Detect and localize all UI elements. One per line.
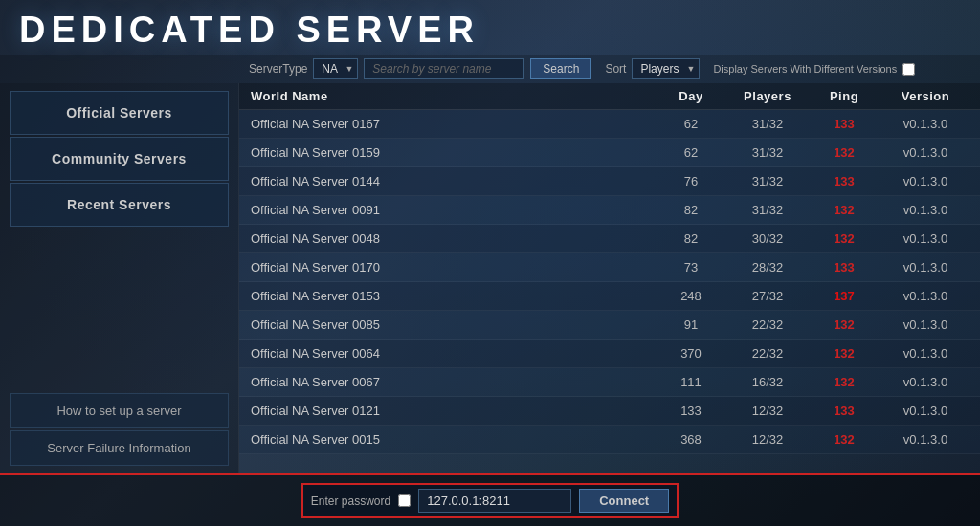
sidebar-item-failure[interactable]: Server Failure Information xyxy=(10,430,229,466)
server-version: v0.1.3.0 xyxy=(882,145,969,160)
table-row[interactable]: Official NA Server 0091 82 31/32 132 v0.… xyxy=(239,196,980,225)
server-players: 31/32 xyxy=(729,174,806,188)
server-players: 28/32 xyxy=(729,260,806,274)
server-name: Official NA Server 0170 xyxy=(251,260,653,274)
server-ping: 133 xyxy=(806,174,882,188)
server-players: 31/32 xyxy=(729,117,806,131)
server-players: 12/32 xyxy=(729,404,806,418)
diff-versions-checkbox[interactable] xyxy=(902,63,915,76)
server-list-area: World Name Day Players Ping Version Offi… xyxy=(239,83,980,473)
sidebar-item-recent[interactable]: Recent Servers xyxy=(10,183,229,227)
table-row[interactable]: Official NA Server 0159 62 31/32 132 v0.… xyxy=(239,139,980,167)
server-day: 91 xyxy=(653,318,729,332)
sidebar: Official Servers Community Servers Recen… xyxy=(0,83,239,473)
server-day: 82 xyxy=(653,231,729,246)
server-day: 73 xyxy=(653,260,729,274)
server-name: Official NA Server 0091 xyxy=(251,203,653,217)
server-name: Official NA Server 0064 xyxy=(251,346,653,361)
server-name: Official NA Server 0144 xyxy=(251,174,653,188)
col-day-header: Day xyxy=(653,89,729,103)
server-day: 133 xyxy=(653,404,729,418)
server-ping: 132 xyxy=(806,375,882,389)
bottom-bar: Enter password Connect xyxy=(0,473,980,526)
table-row[interactable]: Official NA Server 0064 370 22/32 132 v0… xyxy=(239,340,980,368)
server-name: Official NA Server 0159 xyxy=(251,145,653,160)
col-version-header: Version xyxy=(882,89,969,103)
sidebar-item-howto[interactable]: How to set up a server xyxy=(10,393,229,428)
server-name: Official NA Server 0167 xyxy=(251,117,653,131)
table-row[interactable]: Official NA Server 0153 248 27/32 137 v0… xyxy=(239,282,980,311)
server-type-wrapper[interactable]: NA EU AS xyxy=(313,58,358,79)
server-ping: 133 xyxy=(806,260,882,274)
table-row[interactable]: Official NA Server 0067 111 16/32 132 v0… xyxy=(239,368,980,397)
diff-versions-label: Display Servers With Different Versions xyxy=(713,63,897,75)
connect-button[interactable]: Connect xyxy=(579,489,669,513)
server-ping: 132 xyxy=(806,318,882,332)
server-day: 82 xyxy=(653,203,729,217)
server-version: v0.1.3.0 xyxy=(882,174,969,188)
sidebar-nav: Official Servers Community Servers Recen… xyxy=(10,91,229,391)
search-input[interactable] xyxy=(364,58,524,79)
server-version: v0.1.3.0 xyxy=(882,231,969,246)
table-row[interactable]: Official NA Server 0015 368 12/32 132 v0… xyxy=(239,426,980,454)
server-ping: 133 xyxy=(806,117,882,131)
server-version: v0.1.3.0 xyxy=(882,346,969,361)
bottom-bar-inner: Enter password Connect xyxy=(301,483,679,518)
server-players: 22/32 xyxy=(729,318,806,332)
sort-wrapper[interactable]: Players Ping Day xyxy=(632,58,700,79)
server-day: 111 xyxy=(653,375,729,389)
server-players: 22/32 xyxy=(729,346,806,361)
ip-input[interactable] xyxy=(418,489,571,513)
sidebar-spacer xyxy=(10,229,229,391)
server-day: 62 xyxy=(653,117,729,131)
server-day: 76 xyxy=(653,174,729,188)
server-players: 16/32 xyxy=(729,375,806,389)
server-version: v0.1.3.0 xyxy=(882,289,969,303)
table-row[interactable]: Official NA Server 0170 73 28/32 133 v0.… xyxy=(239,253,980,282)
toolbar: ServerType NA EU AS Search Sort Players … xyxy=(0,55,980,83)
sidebar-item-community[interactable]: Community Servers xyxy=(10,137,229,181)
search-button[interactable]: Search xyxy=(530,58,591,79)
table-row[interactable]: Official NA Server 0167 62 31/32 133 v0.… xyxy=(239,110,980,139)
password-label: Enter password xyxy=(311,494,390,508)
server-ping: 132 xyxy=(806,145,882,160)
table-row[interactable]: Official NA Server 0121 133 12/32 133 v0… xyxy=(239,397,980,426)
server-version: v0.1.3.0 xyxy=(882,404,969,418)
server-version: v0.1.3.0 xyxy=(882,117,969,131)
server-ping: 133 xyxy=(806,404,882,418)
server-version: v0.1.3.0 xyxy=(882,375,969,389)
server-day: 370 xyxy=(653,346,729,361)
main-content: DEDICATED SERVER ServerType NA EU AS Sea… xyxy=(0,0,980,526)
sort-label: Sort xyxy=(605,62,626,76)
server-ping: 132 xyxy=(806,432,882,447)
header: DEDICATED SERVER xyxy=(0,0,980,55)
password-checkbox[interactable] xyxy=(398,494,411,507)
server-players: 12/32 xyxy=(729,432,806,447)
sort-select[interactable]: Players Ping Day xyxy=(632,58,700,79)
main-area: Official Servers Community Servers Recen… xyxy=(0,83,980,473)
server-name: Official NA Server 0085 xyxy=(251,318,653,332)
server-rows: Official NA Server 0167 62 31/32 133 v0.… xyxy=(239,110,980,473)
col-ping-header: Ping xyxy=(806,89,882,103)
table-header: World Name Day Players Ping Version xyxy=(239,83,980,110)
server-ping: 132 xyxy=(806,203,882,217)
server-type-label: ServerType xyxy=(249,62,307,76)
server-ping: 137 xyxy=(806,289,882,303)
server-ping: 132 xyxy=(806,346,882,361)
table-row[interactable]: Official NA Server 0085 91 22/32 132 v0.… xyxy=(239,311,980,340)
server-ping: 132 xyxy=(806,231,882,246)
server-version: v0.1.3.0 xyxy=(882,432,969,447)
server-players: 31/32 xyxy=(729,203,806,217)
col-world-name: World Name xyxy=(251,89,653,103)
server-name: Official NA Server 0121 xyxy=(251,404,653,418)
table-row[interactable]: Official NA Server 0048 82 30/32 132 v0.… xyxy=(239,225,980,253)
server-name: Official NA Server 0015 xyxy=(251,432,653,447)
col-players-header: Players xyxy=(729,89,806,103)
server-players: 30/32 xyxy=(729,231,806,246)
app-title: DEDICATED SERVER xyxy=(19,10,961,51)
server-type-select[interactable]: NA EU AS xyxy=(313,58,358,79)
server-players: 27/32 xyxy=(729,289,806,303)
server-day: 248 xyxy=(653,289,729,303)
table-row[interactable]: Official NA Server 0144 76 31/32 133 v0.… xyxy=(239,167,980,196)
sidebar-item-official[interactable]: Official Servers xyxy=(10,91,229,135)
